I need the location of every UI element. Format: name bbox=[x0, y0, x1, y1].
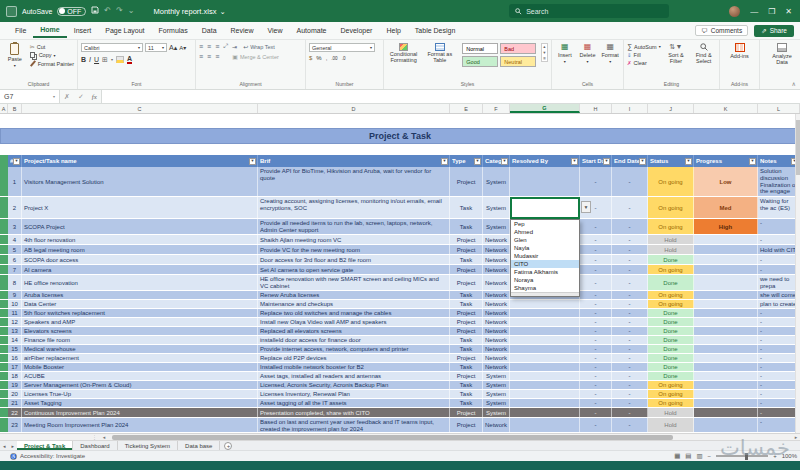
cell-brif[interactable]: Creating account, assigning licenses, mo… bbox=[258, 197, 450, 218]
cell-progress[interactable] bbox=[694, 291, 758, 299]
cell-category[interactable]: System bbox=[483, 219, 510, 234]
cell-progress[interactable] bbox=[694, 354, 758, 362]
undo-icon[interactable]: ↶ bbox=[104, 7, 111, 15]
cell-project-name[interactable]: Mobile Booster bbox=[22, 363, 258, 371]
cell-project-name[interactable]: Elevators screens bbox=[22, 327, 258, 335]
cell-category[interactable]: System bbox=[483, 408, 510, 417]
cell-notes[interactable]: Waiting for the ac (ES) bbox=[758, 197, 800, 218]
cell-status[interactable]: On going bbox=[648, 300, 694, 308]
column-header-F[interactable]: F bbox=[483, 104, 510, 113]
formula-input[interactable] bbox=[101, 90, 800, 103]
cell-end-date[interactable]: - bbox=[612, 345, 648, 353]
cell-type[interactable]: Project bbox=[450, 235, 483, 244]
cell-project-name[interactable]: Meeting Room Improvement Plan 2024 bbox=[22, 418, 258, 432]
cell-status[interactable]: On going bbox=[648, 265, 694, 274]
cell-start-date[interactable]: - bbox=[580, 255, 612, 264]
cell-type[interactable]: Project bbox=[450, 275, 483, 290]
cell-row-number[interactable]: 7 bbox=[8, 265, 22, 274]
dropdown-option[interactable]: CITO bbox=[511, 260, 579, 268]
a-column-cell[interactable] bbox=[0, 265, 8, 274]
cell-brif[interactable]: Provide all needed items to run the lab,… bbox=[258, 219, 450, 234]
comma-format-icon[interactable]: , bbox=[326, 55, 328, 61]
a-column-cell[interactable] bbox=[0, 219, 8, 234]
cell-brif[interactable]: Based on last and current year user feed… bbox=[258, 418, 450, 432]
filter-icon[interactable]: ▼ bbox=[685, 158, 692, 165]
cell-brif[interactable]: Licenses Inventory, Renewal Plan bbox=[258, 390, 450, 398]
italic-button[interactable]: I bbox=[89, 56, 91, 63]
empty-row[interactable] bbox=[0, 144, 800, 155]
orientation-icon[interactable]: ⤢ bbox=[223, 43, 228, 50]
zoom-out-icon[interactable]: − bbox=[708, 453, 712, 459]
cell-end-date[interactable]: - bbox=[612, 167, 648, 196]
cell-type[interactable]: Project bbox=[450, 408, 483, 417]
zoom-slider[interactable] bbox=[716, 455, 768, 457]
cell-start-date[interactable]: - bbox=[580, 318, 612, 326]
cell-notes[interactable]: - bbox=[758, 381, 800, 389]
cell-project-name[interactable]: Aruba licenses bbox=[22, 291, 258, 299]
cell-type[interactable]: Task bbox=[450, 300, 483, 308]
column-header-I[interactable]: I bbox=[612, 104, 648, 113]
a-column-cell[interactable] bbox=[0, 255, 8, 264]
cell-type[interactable]: Project bbox=[450, 372, 483, 380]
cell-type[interactable]: Project bbox=[450, 327, 483, 335]
a-column-cell[interactable] bbox=[0, 363, 8, 371]
column-header-D[interactable]: D bbox=[258, 104, 450, 113]
accessibility-status[interactable]: Accessibility: Investigate bbox=[20, 453, 85, 459]
selected-cell[interactable] bbox=[510, 197, 580, 219]
find-select-button[interactable]: Find & Select bbox=[691, 43, 716, 65]
dropdown-option[interactable]: Noraya bbox=[511, 276, 579, 284]
ribbon-tab-automate[interactable]: Automate bbox=[290, 24, 334, 37]
cell-project-name[interactable]: airFiber replacement bbox=[22, 354, 258, 362]
cell-status[interactable]: Done bbox=[648, 363, 694, 371]
cell-progress[interactable] bbox=[694, 318, 758, 326]
cell-progress[interactable] bbox=[694, 235, 758, 244]
ribbon-tab-table-design[interactable]: Table Design bbox=[408, 24, 462, 37]
a-column-cell[interactable] bbox=[0, 327, 8, 335]
cell-start-date[interactable]: - bbox=[580, 265, 612, 274]
cell-status[interactable]: On going bbox=[648, 381, 694, 389]
a-column-cell[interactable] bbox=[0, 408, 8, 417]
confirm-entry-icon[interactable]: ✓ bbox=[74, 93, 88, 101]
a-column-cell[interactable] bbox=[0, 275, 8, 290]
insert-cells-button[interactable]: ▦Insert▾ bbox=[555, 43, 575, 64]
cell-notes[interactable]: - bbox=[758, 390, 800, 398]
ribbon-tab-review[interactable]: Review bbox=[224, 24, 261, 37]
cell-resolved-by[interactable] bbox=[510, 300, 580, 308]
cell-progress[interactable] bbox=[694, 418, 758, 432]
conditional-formatting-button[interactable]: Conditional Formatting bbox=[387, 43, 420, 64]
cell-category[interactable]: Network bbox=[483, 363, 510, 371]
horizontal-scrollbar-thumb[interactable] bbox=[112, 435, 673, 440]
cell-start-date[interactable]: - bbox=[580, 418, 612, 432]
cell-brif[interactable]: Renew Aruba licenses bbox=[258, 291, 450, 299]
cell-notes[interactable]: - bbox=[758, 265, 800, 274]
cell-type[interactable]: Task bbox=[450, 255, 483, 264]
cell-resolved-by[interactable] bbox=[510, 418, 580, 432]
empty-row[interactable] bbox=[0, 114, 800, 128]
font-color-icon[interactable]: A bbox=[127, 55, 132, 64]
fill-color-icon[interactable] bbox=[116, 56, 124, 63]
cell-project-name[interactable]: AI camera bbox=[22, 265, 258, 274]
cell-progress[interactable]: Med bbox=[694, 197, 758, 218]
cell-end-date[interactable]: - bbox=[612, 219, 648, 234]
cell-type[interactable]: Project bbox=[450, 318, 483, 326]
format-as-table-button[interactable]: Format as Table bbox=[423, 43, 456, 64]
cell-status[interactable]: Done bbox=[648, 345, 694, 353]
cell-progress[interactable] bbox=[694, 372, 758, 380]
a-column-cell[interactable] bbox=[0, 390, 8, 398]
cell-row-number[interactable]: 13 bbox=[8, 327, 22, 335]
cell-start-date[interactable]: - bbox=[580, 381, 612, 389]
column-header-E[interactable]: E bbox=[450, 104, 483, 113]
cell-end-date[interactable]: - bbox=[612, 318, 648, 326]
dropdown-option[interactable]: Pep bbox=[511, 220, 579, 228]
cell-progress[interactable] bbox=[694, 336, 758, 344]
cell-status[interactable]: Done bbox=[648, 336, 694, 344]
cell-row-number[interactable]: 4 bbox=[8, 235, 22, 244]
cell-type[interactable]: Task bbox=[450, 345, 483, 353]
cell-status[interactable]: Done bbox=[648, 309, 694, 317]
cell-brif[interactable]: Asset tags, installed all readers and an… bbox=[258, 372, 450, 380]
excel-app-icon[interactable] bbox=[6, 6, 17, 17]
dropdown-option[interactable]: Glen bbox=[511, 236, 579, 244]
column-header-L[interactable]: L bbox=[758, 104, 800, 113]
cell-notes[interactable]: - bbox=[758, 318, 800, 326]
cell-start-date[interactable]: - bbox=[580, 300, 612, 308]
